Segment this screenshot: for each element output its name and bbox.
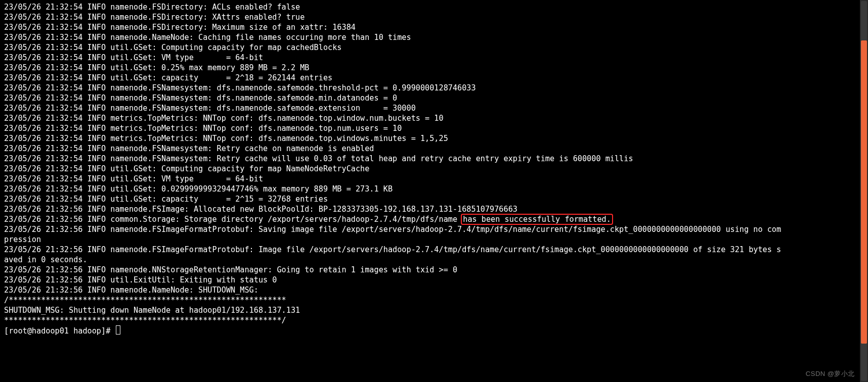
log-line: 23/05/26 21:32:54 INFO util.GSet: VM typ… <box>4 174 858 184</box>
log-line: 23/05/26 21:32:56 INFO util.ExitUtil: Ex… <box>4 275 858 285</box>
log-line: 23/05/26 21:32:54 INFO namenode.FSDirect… <box>4 2 858 12</box>
log-line: 23/05/26 21:32:54 INFO util.GSet: capaci… <box>4 73 858 83</box>
cursor <box>116 325 120 335</box>
log-text: 23/05/26 21:32:56 INFO common.Storage: S… <box>4 215 462 224</box>
log-line: pression <box>4 234 858 245</box>
highlight-annotation: has been successfully formatted. <box>461 214 613 225</box>
log-line: 23/05/26 21:32:54 INFO namenode.FSNamesy… <box>4 154 858 164</box>
scrollbar-thumb[interactable] <box>861 40 867 344</box>
log-line: 23/05/26 21:32:54 INFO util.GSet: Comput… <box>4 164 858 174</box>
log-line: 23/05/26 21:32:54 INFO util.GSet: VM typ… <box>4 53 858 63</box>
log-line: 23/05/26 21:32:54 INFO namenode.FSNamesy… <box>4 144 858 154</box>
log-line-highlight: 23/05/26 21:32:56 INFO common.Storage: S… <box>4 214 858 224</box>
scrollbar[interactable] <box>860 0 868 382</box>
log-line: 23/05/26 21:32:54 INFO namenode.FSNamesy… <box>4 103 858 113</box>
log-line: 23/05/26 21:32:54 INFO namenode.NameNode… <box>4 32 858 42</box>
shell-prompt[interactable]: [root@hadoop01 hadoop]# <box>4 325 858 336</box>
terminal-viewport: 23/05/26 21:32:54 INFO namenode.FSDirect… <box>0 0 868 382</box>
log-line: 23/05/26 21:32:54 INFO util.GSet: 0.0299… <box>4 184 858 194</box>
log-line: 23/05/26 21:32:54 INFO namenode.FSNamesy… <box>4 83 858 93</box>
log-line: SHUTDOWN_MSG: Shutting down NameNode at … <box>4 305 858 315</box>
log-line: 23/05/26 21:32:54 INFO namenode.FSNamesy… <box>4 93 858 103</box>
log-line: ****************************************… <box>4 315 858 325</box>
log-line: 23/05/26 21:32:54 INFO metrics.TopMetric… <box>4 133 858 144</box>
log-line: 23/05/26 21:32:54 INFO util.GSet: 0.25% … <box>4 63 858 73</box>
prompt-text: [root@hadoop01 hadoop]# <box>4 326 115 336</box>
log-line: 23/05/26 21:32:54 INFO namenode.FSDirect… <box>4 22 858 32</box>
log-line: 23/05/26 21:32:56 INFO namenode.NameNode… <box>4 285 858 295</box>
log-line: /***************************************… <box>4 295 858 305</box>
log-line: 23/05/26 21:32:54 INFO util.GSet: capaci… <box>4 194 858 204</box>
log-line: 23/05/26 21:32:56 INFO namenode.FSImageF… <box>4 245 858 255</box>
terminal-output[interactable]: 23/05/26 21:32:54 INFO namenode.FSDirect… <box>4 2 858 382</box>
log-line: 23/05/26 21:32:54 INFO metrics.TopMetric… <box>4 123 858 133</box>
log-line: 23/05/26 21:32:56 INFO namenode.FSImageF… <box>4 224 858 234</box>
log-line: 23/05/26 21:32:54 INFO util.GSet: Comput… <box>4 42 858 53</box>
log-line: aved in 0 seconds. <box>4 255 858 265</box>
log-line: 23/05/26 21:32:56 INFO namenode.FSImage:… <box>4 204 858 214</box>
log-line: 23/05/26 21:32:54 INFO metrics.TopMetric… <box>4 113 858 123</box>
log-line: 23/05/26 21:32:56 INFO namenode.NNStorag… <box>4 265 858 275</box>
log-line: 23/05/26 21:32:54 INFO namenode.FSDirect… <box>4 12 858 22</box>
